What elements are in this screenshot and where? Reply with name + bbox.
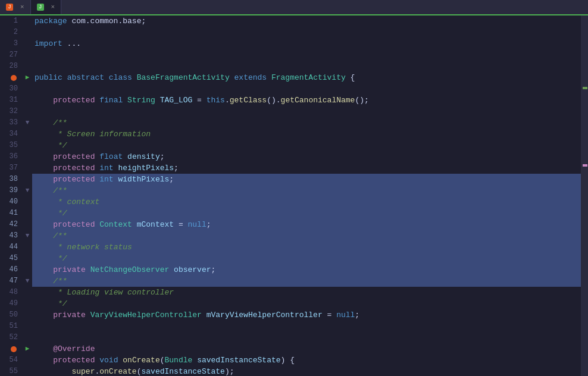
code-line-32 [32, 106, 581, 117]
code-line-45: */ [32, 253, 581, 264]
line-num-50: 50 [0, 309, 18, 321]
code-line-51 [32, 321, 581, 332]
code-line-52 [32, 332, 581, 343]
code-content[interactable]: package com.common.base;import ...public… [32, 15, 581, 376]
fold-indicator-31 [23, 95, 32, 106]
code-line-40: * context [32, 196, 581, 208]
line-number-gutter: 1232728303132333435363738394041424344454… [0, 15, 23, 376]
fold-indicator-35 [23, 140, 32, 151]
fold-indicator-32 [23, 106, 32, 117]
fold-indicator-34 [23, 129, 32, 140]
line-num-40: 40 [0, 196, 18, 208]
tab-close-base-fragment[interactable]: × [51, 4, 55, 11]
fold-arrow[interactable]: ▼ [26, 230, 30, 242]
fold-indicator-52 [23, 332, 32, 343]
line-num-48: 48 [0, 287, 18, 298]
code-line-55: super.onCreate(savedInstanceState); [32, 366, 581, 376]
fold-indicator-38 [23, 174, 32, 185]
fold-indicator-49 [23, 298, 32, 309]
fold-indicator-44 [23, 242, 32, 253]
editor: 1232728303132333435363738394041424344454… [0, 15, 588, 376]
fold-indicator-54 [23, 355, 32, 366]
fold-indicator-33: ▼ [23, 117, 32, 129]
line-num-29 [0, 72, 18, 83]
line-num-53 [0, 343, 18, 355]
java-icon: J [6, 4, 13, 11]
line-num-42: 42 [0, 219, 18, 230]
line-num-55: 55 [0, 366, 18, 376]
code-line-39: /** [32, 185, 581, 196]
code-line-43: /** [32, 230, 581, 242]
fold-indicator-27 [23, 49, 32, 61]
code-line-2 [32, 27, 581, 38]
fold-indicator-3 [23, 38, 32, 49]
code-line-53: @Override [32, 343, 581, 355]
fold-indicator-51 [23, 321, 32, 332]
line-num-54: 54 [0, 355, 18, 366]
code-line-36: protected float density; [32, 151, 581, 162]
fold-indicator-30 [23, 83, 32, 95]
code-line-1: package com.common.base; [32, 15, 581, 27]
line-num-31: 31 [0, 95, 18, 106]
line-num-43: 43 [0, 230, 18, 242]
code-line-34: * Screen information [32, 129, 581, 140]
code-line-54: protected void onCreate(Bundle savedInst… [32, 355, 581, 366]
code-line-42: protected Context mContext = null; [32, 219, 581, 230]
right-scroll-gutter [581, 15, 588, 376]
tab-base-app-activity[interactable]: J × [0, 0, 31, 14]
fold-indicator-37 [23, 162, 32, 174]
fold-indicator-50 [23, 309, 32, 321]
fragment-icon: J [37, 4, 44, 11]
code-line-44: * network status [32, 242, 581, 253]
fold-arrow[interactable]: ▼ [26, 275, 30, 287]
line-num-1: 1 [0, 15, 18, 27]
line-num-27: 27 [0, 49, 18, 61]
line-num-33: 33 [0, 117, 18, 129]
fold-indicator-39: ▼ [23, 185, 32, 196]
fold-indicator-45 [23, 253, 32, 264]
code-line-27 [32, 49, 581, 61]
tab-bar: J × J × [0, 0, 588, 15]
line-num-38: 38 [0, 174, 18, 185]
breakpoint-indicator[interactable] [11, 346, 17, 352]
execution-arrow: ▶ [26, 343, 30, 355]
breakpoint-indicator[interactable] [11, 75, 17, 81]
code-line-48: * Loading view controller [32, 287, 581, 298]
fold-indicator-48 [23, 287, 32, 298]
line-num-49: 49 [0, 298, 18, 309]
line-num-35: 35 [0, 140, 18, 151]
line-num-30: 30 [0, 83, 18, 95]
line-num-52: 52 [0, 332, 18, 343]
line-num-34: 34 [0, 129, 18, 140]
line-num-32: 32 [0, 106, 18, 117]
fold-arrow[interactable]: ▼ [26, 185, 30, 196]
code-line-49: */ [32, 298, 581, 309]
code-line-37: protected int heightPixels; [32, 162, 581, 174]
line-num-51: 51 [0, 321, 18, 332]
code-line-38: protected int widthPixels; [32, 174, 581, 185]
fold-indicator-28 [23, 61, 32, 72]
fold-indicator-1 [23, 15, 32, 27]
line-num-44: 44 [0, 242, 18, 253]
fold-indicator-41 [23, 208, 32, 219]
line-num-47: 47 [0, 275, 18, 287]
code-line-3: import ... [32, 38, 581, 49]
fold-indicator-46 [23, 264, 32, 275]
line-num-46: 46 [0, 264, 18, 275]
fold-indicator-42 [23, 219, 32, 230]
tab-close-base-app[interactable]: × [20, 4, 24, 11]
fold-arrow[interactable]: ▼ [26, 117, 30, 129]
code-line-33: /** [32, 117, 581, 129]
fold-indicator-36 [23, 151, 32, 162]
code-line-35: */ [32, 140, 581, 151]
scroll-marker-2 [583, 164, 587, 167]
code-line-28 [32, 61, 581, 72]
line-num-39: 39 [0, 185, 18, 196]
line-num-37: 37 [0, 162, 18, 174]
line-num-28: 28 [0, 61, 18, 72]
fold-indicator-40 [23, 196, 32, 208]
fold-indicator-29: ▶ [23, 72, 32, 83]
fold-indicator-43: ▼ [23, 230, 32, 242]
fold-indicator-2 [23, 27, 32, 38]
tab-base-fragment-activity[interactable]: J × [31, 0, 62, 14]
